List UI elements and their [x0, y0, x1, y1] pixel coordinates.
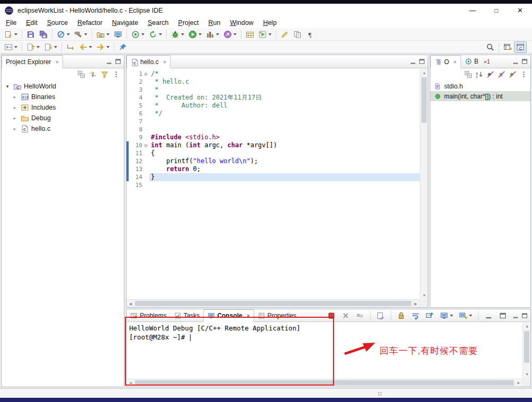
tab-outline-b[interactable]: B [461, 55, 482, 68]
menu-source[interactable]: Source [42, 18, 73, 28]
save-all-button[interactable] [37, 29, 50, 40]
code-text[interactable]: */ [149, 110, 420, 118]
scroll-down-icon[interactable]: ▼ [523, 371, 531, 379]
save-button[interactable] [24, 29, 37, 40]
collapse-all-button[interactable] [464, 70, 472, 78]
code-text[interactable]: return 0; [149, 165, 420, 173]
tab-properties[interactable]: Properties [254, 309, 300, 321]
profile-button[interactable] [221, 29, 239, 40]
scroll-left-icon[interactable]: ◀ [127, 300, 134, 308]
skip-all-breakpoints-button[interactable] [55, 29, 72, 40]
code-text[interactable]: #include <stdio.h> [149, 133, 420, 141]
new-wizard-button[interactable] [2, 29, 20, 40]
chevron-right-icon[interactable]: ▸ [11, 126, 19, 131]
hide-fields-button[interactable] [486, 70, 494, 78]
menu-edit[interactable]: Edit [21, 18, 42, 28]
maximize-view-icon[interactable] [521, 312, 528, 319]
terminate-button[interactable] [325, 310, 338, 321]
menu-run[interactable]: Run [203, 18, 225, 28]
scrollbar-thumb[interactable] [135, 380, 514, 386]
code-text[interactable]: printf("hello world\n"); [149, 157, 420, 165]
tab-tasks[interactable]: Tasks [170, 309, 204, 321]
show-whitespace-button[interactable]: ¶ [304, 29, 317, 40]
run-button[interactable] [186, 29, 204, 40]
remove-launch-button[interactable] [339, 310, 352, 321]
chevron-down-icon[interactable]: ▾ [4, 84, 11, 89]
pin-editor-button[interactable] [116, 41, 129, 53]
display-selected-console-button[interactable] [438, 310, 455, 321]
tab-outline-o[interactable]: O× [430, 55, 461, 68]
chevron-right-icon[interactable]: ▸ [11, 115, 19, 121]
collapse-all-button[interactable] [77, 70, 85, 78]
word-wrap-button[interactable] [409, 310, 422, 321]
dropdown-arrow-icon[interactable] [159, 33, 162, 35]
minimize-view-icon[interactable] [409, 58, 417, 65]
dropdown-arrow-icon[interactable] [216, 33, 219, 35]
open-console-button[interactable] [457, 310, 474, 321]
tab-project-explorer[interactable]: Project Explorer × [2, 55, 63, 68]
code-text[interactable] [149, 181, 420, 189]
clear-console-button[interactable] [374, 310, 387, 321]
code-text[interactable] [149, 126, 420, 133]
tree-item-includes[interactable]: ▸Includes [2, 102, 124, 113]
code-editor[interactable]: 1⊖/*2 * hello.c3 *4 * Created on: 2021年1… [127, 69, 428, 307]
code-text[interactable]: } [149, 173, 420, 181]
next-annotation-button[interactable] [42, 41, 59, 53]
scrollbar-thumb[interactable] [421, 77, 427, 123]
editor-horizontal-scrollbar[interactable]: ◀ ▶ [127, 299, 420, 307]
hide-non-public-members-button[interactable] [509, 70, 517, 78]
dropdown-arrow-icon[interactable] [469, 315, 472, 317]
close-button[interactable]: ✕ [508, 4, 532, 17]
pin-console-button[interactable] [423, 310, 436, 321]
fold-marker-icon[interactable]: ⊖ [142, 141, 149, 149]
menu-project[interactable]: Project [174, 18, 204, 28]
scroll-lock-button[interactable] [395, 310, 408, 321]
link-with-editor-button[interactable] [89, 70, 97, 78]
close-tab-icon[interactable]: × [453, 59, 456, 65]
code-text[interactable]: * Author: dell [149, 102, 420, 110]
scroll-up-icon[interactable]: ▲ [523, 323, 531, 330]
tab-problems[interactable]: Problems [127, 309, 170, 321]
dropdown-arrow-icon[interactable] [14, 33, 17, 35]
minimize-button[interactable]: — [461, 4, 484, 17]
scroll-right-icon[interactable]: ▶ [412, 300, 420, 308]
code-text[interactable]: { [149, 149, 420, 157]
dropdown-arrow-icon[interactable] [106, 46, 110, 48]
launch-debug-config-button[interactable] [129, 29, 147, 40]
dropdown-arrow-icon[interactable] [199, 33, 202, 35]
filters-button[interactable] [101, 70, 109, 78]
scroll-left-icon[interactable]: ◀ [127, 379, 134, 387]
dropdown-arrow-icon[interactable] [54, 46, 57, 48]
close-tab-icon[interactable]: × [163, 59, 166, 65]
debug-button[interactable] [169, 29, 186, 40]
show-console-view-button[interactable] [112, 29, 124, 40]
maximize-view-icon[interactable] [521, 58, 528, 65]
scrollbar-thumb[interactable] [524, 331, 529, 363]
tab-hello-c[interactable]: c hello.c × [127, 55, 170, 68]
close-tab-icon[interactable]: × [247, 312, 250, 319]
previous-annotation-button[interactable] [24, 41, 42, 53]
dropdown-arrow-icon[interactable] [84, 33, 87, 35]
minimize-view-icon[interactable] [512, 58, 519, 65]
sort-button[interactable]: az [475, 70, 483, 78]
maximize-button[interactable]: □ [484, 4, 508, 17]
view-menu-button[interactable] [112, 70, 120, 78]
scroll-up-icon[interactable]: ▲ [420, 69, 428, 77]
menu-window[interactable]: Window [225, 18, 258, 28]
open-perspective-button[interactable] [501, 41, 514, 53]
view-menu-button[interactable] [520, 70, 528, 78]
scroll-down-icon[interactable]: ▼ [420, 291, 428, 299]
close-tab-icon[interactable]: × [55, 59, 58, 65]
external-tools-button[interactable] [256, 29, 274, 40]
maximize-view-icon[interactable] [114, 58, 122, 65]
new-cpp-project-button[interactable]: C [94, 29, 112, 40]
dropdown-arrow-icon[interactable] [141, 33, 145, 35]
code-text[interactable]: * hello.c [149, 78, 420, 86]
code-text[interactable]: /* [149, 70, 420, 78]
tree-item-binaries[interactable]: ▸0101Binaries [2, 92, 124, 102]
console-vertical-scrollbar[interactable]: ▲ ▼ [522, 323, 530, 379]
hide-static-members-button[interactable]: S [498, 70, 506, 78]
sash-drag-handle[interactable] [377, 391, 383, 396]
dropdown-arrow-icon[interactable] [89, 46, 92, 48]
remove-all-launches-button[interactable] [354, 310, 366, 321]
